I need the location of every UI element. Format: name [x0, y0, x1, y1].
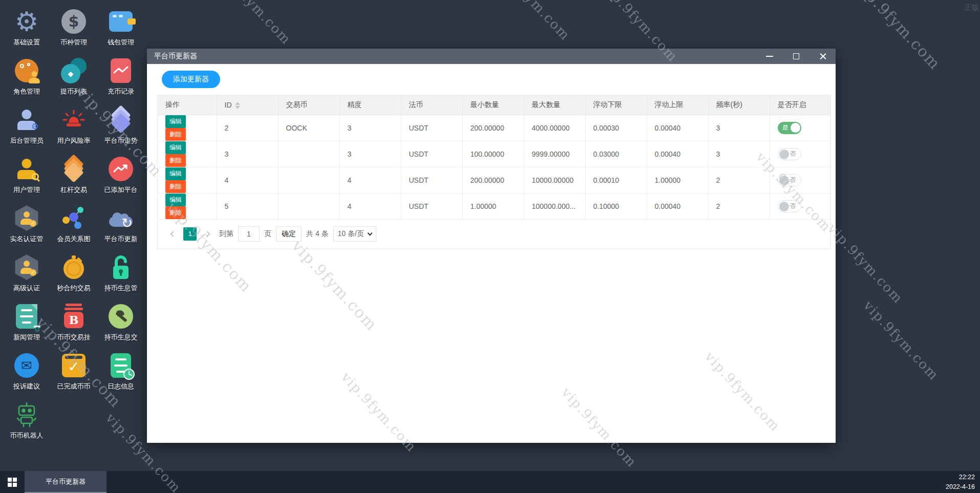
desktop-icon-advanced-verify[interactable]: ✓ 高级认证: [3, 248, 50, 297]
cell-fiat: USDT: [401, 115, 462, 141]
cell-float-max: 0.00040: [647, 115, 708, 141]
cell-coin: [278, 193, 339, 219]
page-size-select[interactable]: 10 条/页: [333, 226, 376, 242]
close-button[interactable]: [817, 51, 828, 62]
header-enabled: 是否开启: [770, 95, 830, 115]
page-1-button[interactable]: 1: [183, 227, 197, 241]
cell-min: 200.00000: [462, 167, 524, 193]
desktop-icon-admin[interactable]: ⚙ 后台管理员: [3, 100, 50, 149]
desktop-icon-user-risk[interactable]: 用户风险率: [50, 100, 97, 149]
icon-label: 持币生息管: [104, 284, 138, 293]
btc-jar-icon: B: [64, 312, 83, 328]
desktop-icon-coin-robot[interactable]: 币币机器人: [3, 395, 50, 444]
icon-label: 用户风险率: [57, 136, 91, 145]
minimize-button[interactable]: [764, 51, 775, 62]
desktop-icon-wallet-management[interactable]: 钱包管理: [97, 2, 144, 51]
cell-id: 3: [217, 141, 278, 167]
siren-icon: [61, 108, 87, 132]
hexagon-badge-icon: [14, 205, 39, 231]
envelope-icon: ✉: [14, 353, 39, 378]
enabled-toggle[interactable]: 否: [778, 148, 801, 160]
gear-icon: ⚙: [15, 8, 39, 35]
cell-id: 4: [217, 167, 278, 193]
cell-float-max: 1.00000: [647, 167, 708, 193]
desktop-icon-news-management[interactable]: ⚙ 新闻管理: [3, 297, 50, 346]
desktop-icon-user-management[interactable]: 用户管理: [3, 149, 50, 199]
log-doc-icon: [111, 353, 131, 378]
start-button[interactable]: [0, 471, 25, 493]
header-id: ID: [217, 95, 278, 115]
genuine-badge: 正版: [965, 3, 979, 12]
cell-fiat: USDT: [401, 167, 462, 193]
header-frequency: 频率(秒): [708, 95, 770, 115]
header-precision: 精度: [339, 95, 401, 115]
desktop-icon-member-relations[interactable]: 会员关系图: [50, 199, 97, 248]
delete-button[interactable]: 删除: [165, 154, 186, 167]
gear-icon: ⚙: [34, 326, 40, 328]
cell-precision: 4: [339, 193, 401, 219]
icon-label: 高级认证: [13, 284, 40, 293]
delete-button[interactable]: 删除: [165, 128, 186, 141]
layers-icon: [108, 107, 134, 133]
cell-max: 9999.00000: [524, 141, 585, 167]
edit-button[interactable]: 编辑: [165, 141, 186, 154]
table-row: 编辑删除 4 4 USDT 200.00000 10000.00000 0.00…: [158, 167, 830, 193]
desktop-icon-withdraw-list[interactable]: ◆ 提币列表: [50, 51, 97, 100]
edit-button[interactable]: 编辑: [165, 194, 186, 206]
window-titlebar[interactable]: 平台币更新器: [147, 49, 836, 64]
desktop-icon-second-contract[interactable]: 秒合约交易: [50, 248, 97, 297]
news-doc-icon: ⚙: [16, 304, 37, 329]
desktop-icon-leverage-trade[interactable]: 杠杆交易: [50, 149, 97, 199]
cell-frequency: 3: [708, 141, 770, 167]
desktop-icon-completed-trades[interactable]: ✓ 已完成币币: [50, 346, 97, 395]
taskbar: 平台币更新器 22:22 2022-4-16: [0, 471, 980, 493]
desktop-icon-holding-interest-manage[interactable]: 持币生息管: [97, 248, 144, 297]
cell-id: 2: [217, 115, 278, 141]
wallet-icon: [109, 11, 133, 32]
icon-label: 提币列表: [60, 87, 87, 96]
updater-table: 操作 ID 交易币 精度 法币 最小数量 最大数量 浮动下限 浮动上限 频率(秒…: [157, 95, 831, 249]
add-updater-button[interactable]: 添加更新器: [162, 71, 220, 88]
desktop-icon-added-platforms[interactable]: 已添加平台: [97, 149, 144, 199]
edit-button[interactable]: 编辑: [165, 115, 186, 128]
cell-precision: 3: [339, 115, 401, 141]
cell-coin: [278, 167, 339, 193]
cell-float-max: 0.00040: [647, 193, 708, 219]
clock-icon: [123, 369, 135, 380]
dollar-coin-icon: $: [61, 9, 86, 34]
desktop-icon-role-management[interactable]: 角色管理: [3, 51, 50, 100]
chevron-right-icon[interactable]: [201, 227, 215, 241]
cell-precision: 3: [339, 141, 401, 167]
network-icon: [61, 206, 87, 230]
sort-icon[interactable]: [235, 102, 240, 109]
desktop-icon-complaints[interactable]: ✉ 投诉建议: [3, 346, 50, 395]
goto-page-input[interactable]: [238, 226, 260, 242]
enabled-toggle[interactable]: 否: [778, 174, 801, 186]
delete-button[interactable]: 删除: [165, 206, 186, 219]
desktop-icon-realname-verify[interactable]: ✓ 实名认证管: [3, 199, 50, 248]
desktop-icon-log-info[interactable]: 日志信息: [97, 346, 144, 395]
hexagon-badge-icon: [14, 254, 39, 280]
delete-button[interactable]: 删除: [165, 180, 186, 193]
icon-label: 持币生息交: [104, 333, 138, 342]
desktop-icon-platform-coin-trend[interactable]: 平台币走势: [97, 100, 144, 149]
table-row: 编辑删除 3 3 USDT 100.00000 9999.00000 0.030…: [158, 141, 830, 167]
desktop-icon-coin-trade-orders[interactable]: B 币币交易挂: [50, 297, 97, 346]
enabled-toggle[interactable]: 否: [778, 200, 801, 212]
confirm-page-button[interactable]: 确定: [276, 226, 302, 242]
taskbar-item-platform-coin-updater[interactable]: 平台币更新器: [25, 471, 106, 493]
maximize-button[interactable]: [791, 51, 802, 62]
chevron-left-icon[interactable]: [165, 227, 179, 241]
watermark: vip.9fym.com: [861, 297, 942, 383]
desktop-icon-coin-management[interactable]: $ 币种管理: [50, 2, 97, 51]
jar-lid-icon: [66, 304, 82, 306]
enabled-toggle[interactable]: 是: [778, 122, 801, 134]
desktop-icon-basic-settings[interactable]: ⚙ 基础设置: [3, 2, 50, 51]
desktop-icon-deposit-records[interactable]: 充币记录: [97, 51, 144, 100]
total-count: 共 4 条: [306, 229, 329, 239]
desktop-icon-platform-coin-update[interactable]: ↻ 平台币更新: [97, 199, 144, 248]
watermark: vip.9fym.com: [492, 0, 573, 44]
edit-button[interactable]: 编辑: [165, 167, 186, 180]
desktop-icon-holding-interest-trade[interactable]: 持币生息交: [97, 297, 144, 346]
cell-id: 5: [217, 193, 278, 219]
